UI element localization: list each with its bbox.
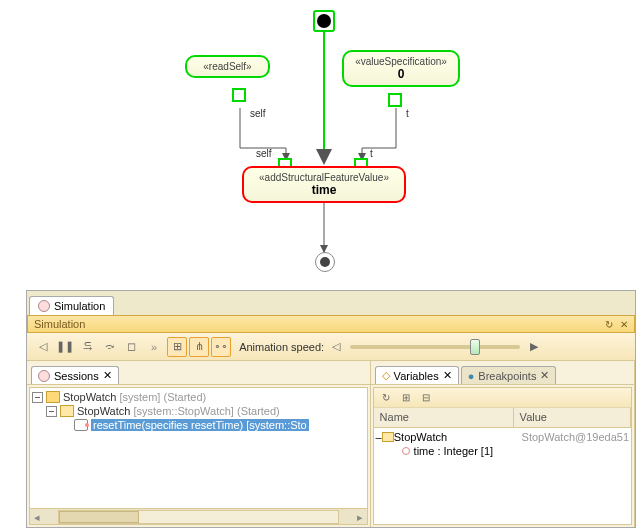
node-name: resetTime(specifies resetTime) [system::… (91, 419, 309, 431)
activity-diagram: «readSelf» self «valueSpecification» 0 t… (0, 0, 639, 290)
horizontal-scrollbar[interactable]: ◂▸ (30, 508, 367, 524)
action-name: time (252, 183, 396, 197)
sessions-pane: Sessions ✕ – StopWatch [system] (Started… (27, 361, 371, 527)
mode-a-button[interactable]: ⊞ (167, 337, 187, 357)
tab-label: Breakpoints (478, 370, 536, 382)
col-name[interactable]: Name (374, 408, 514, 427)
col-value[interactable]: Value (514, 408, 631, 427)
expand-button[interactable]: ⊞ (398, 390, 414, 406)
tree-row[interactable]: resetTime(specifies resetTime) [system::… (32, 418, 365, 432)
mode-b-button[interactable]: ⋔ (189, 337, 209, 357)
node-name: StopWatch (77, 405, 130, 417)
stop-button[interactable]: ◻ (121, 337, 141, 357)
play-button[interactable]: ◁ (33, 337, 53, 357)
stereotype-label: «readSelf» (195, 61, 260, 72)
stereotype-label: «addStructuralFeatureValue» (252, 172, 396, 183)
simulation-panel: Simulation Simulation ↻ ✕ ◁ ❚❚ ⥹ ⤼ ◻ » ⊞… (26, 290, 636, 528)
action-valuespec[interactable]: «valueSpecification» 0 (342, 50, 460, 87)
refresh-button[interactable]: ↻ (378, 390, 394, 406)
panel-title: Simulation (34, 318, 85, 330)
panel-header: Simulation ↻ ✕ (27, 315, 635, 333)
block-icon (60, 405, 74, 417)
close-icon[interactable]: ✕ (540, 369, 549, 382)
tree-row[interactable]: – StopWatch [system] (Started) (32, 390, 365, 404)
animation-speed-slider[interactable] (350, 345, 520, 349)
gear-icon (38, 300, 50, 312)
gear-icon (38, 370, 50, 382)
action-readself[interactable]: «readSelf» (185, 55, 270, 78)
tab-label: Variables (394, 370, 439, 382)
tree-toggle[interactable]: – (32, 392, 43, 403)
tab-breakpoints[interactable]: ● Breakpoints ✕ (461, 366, 557, 384)
tab-label: Simulation (54, 300, 105, 312)
action-addfeature[interactable]: «addStructuralFeatureValue» time (242, 166, 406, 203)
close-icon[interactable]: ✕ (103, 369, 112, 382)
collapse-button[interactable]: ⊟ (418, 390, 434, 406)
tab-sessions[interactable]: Sessions ✕ (31, 366, 119, 384)
var-name: StopWatch (394, 431, 447, 443)
close-icon[interactable]: ✕ (443, 369, 452, 382)
final-node[interactable] (315, 252, 335, 272)
var-name: time : Integer [1] (414, 445, 493, 457)
sync-icon[interactable]: ↻ (605, 319, 613, 330)
tab-variables[interactable]: ◇ Variables ✕ (375, 366, 459, 384)
vars-body: – StopWatch StopWatch@19eda51 time : Int… (374, 428, 631, 524)
var-row[interactable]: – StopWatch StopWatch@19eda51 (376, 430, 629, 444)
node-name: StopWatch (63, 391, 116, 403)
step-over-button[interactable]: ⤼ (99, 337, 119, 357)
node-suffix: [system::StopWatch] (Started) (133, 405, 279, 417)
initial-node[interactable] (313, 10, 335, 32)
tree-toggle[interactable]: – (46, 406, 57, 417)
simulation-toolbar: ◁ ❚❚ ⥹ ⤼ ◻ » ⊞ ⋔ ∘∘ Animation speed: ◁ ▶ (27, 333, 635, 361)
var-row[interactable]: time : Integer [1] (376, 444, 629, 458)
anim-speed-label: Animation speed: (239, 341, 324, 353)
pin-label: self (256, 148, 272, 159)
output-pin-self[interactable] (232, 88, 246, 102)
block-icon (382, 432, 394, 442)
sessions-tree[interactable]: – StopWatch [system] (Started) – StopWat… (30, 388, 367, 508)
property-icon (402, 447, 410, 455)
tree-row[interactable]: – StopWatch [system::StopWatch] (Started… (32, 404, 365, 418)
pause-button[interactable]: ❚❚ (55, 337, 75, 357)
step-into-button[interactable]: ⥹ (77, 337, 97, 357)
panel-body: Sessions ✕ – StopWatch [system] (Started… (27, 361, 635, 527)
activity-icon (74, 419, 88, 431)
pin-label: self (250, 108, 266, 119)
var-value: StopWatch@19eda51 (516, 431, 629, 443)
output-pin-t[interactable] (388, 93, 402, 107)
folder-icon (46, 391, 60, 403)
mode-c-button[interactable]: ∘∘ (211, 337, 231, 357)
vars-toolbar: ↻ ⊞ ⊟ (374, 388, 631, 408)
tab-label: Sessions (54, 370, 99, 382)
edges (0, 0, 639, 290)
variables-pane: ◇ Variables ✕ ● Breakpoints ✕ ↻ ⊞ ⊟ Name (371, 361, 635, 527)
vars-header: Name Value (374, 408, 631, 428)
tab-simulation[interactable]: Simulation (29, 296, 114, 315)
pin-label: t (370, 148, 373, 159)
stereotype-label: «valueSpecification» (352, 56, 450, 67)
panel-tab-row: Simulation (27, 291, 635, 315)
node-suffix: [system] (Started) (119, 391, 206, 403)
close-icon[interactable]: ✕ (620, 319, 628, 330)
pin-label: t (406, 108, 409, 119)
action-name: 0 (352, 67, 450, 81)
